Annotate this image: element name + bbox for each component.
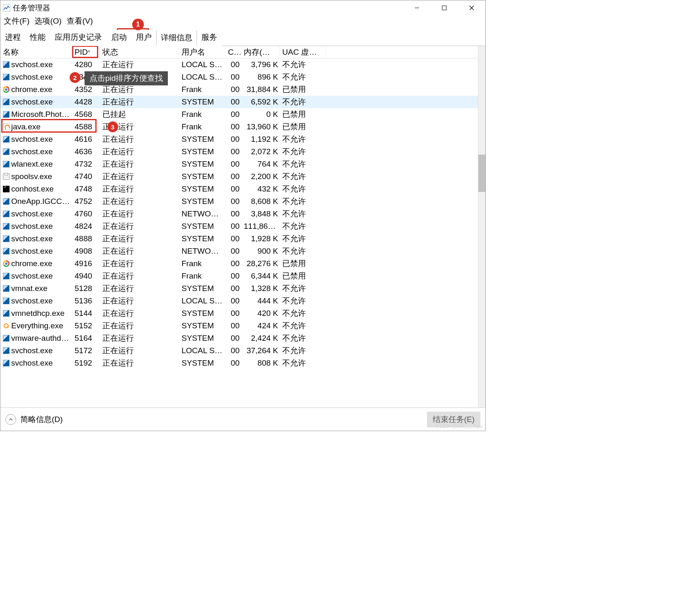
col-header-status[interactable]: 状态	[100, 46, 179, 58]
col-header-name[interactable]: 名称	[0, 46, 72, 58]
cell-name: svchost.exe	[0, 73, 72, 82]
process-name: svchost.exe	[11, 296, 53, 305]
table-row[interactable]: svchost.exe4940正在运行Frank006,344 K已禁用	[0, 270, 478, 282]
cell-name: Microsoft.Photos.exe	[0, 110, 72, 119]
menu-view[interactable]: 查看(V)	[65, 15, 94, 27]
cell-name: spoolsv.exe	[0, 172, 72, 181]
window-title: 任务管理器	[13, 3, 50, 13]
minimize-button[interactable]	[403, 0, 431, 15]
cell-uac: 已禁用	[280, 121, 326, 132]
tab-startup[interactable]: 启动	[107, 30, 131, 46]
tab-performance[interactable]: 性能	[25, 30, 50, 46]
cell-mem: 1,192 K	[241, 135, 280, 144]
task-manager-icon	[3, 4, 10, 12]
table-row[interactable]: java.exe4588正在运行Frank0013,960 K已禁用	[0, 121, 478, 133]
cell-pid: 4916	[72, 259, 100, 268]
window-controls	[403, 0, 485, 15]
cell-uac: 不允许	[280, 296, 326, 306]
table-row[interactable]: svchost.exe4636正在运行SYSTEM002,072 K不允许	[0, 146, 478, 158]
table-row[interactable]: svchost.exe5136正在运行LOCAL SER...00444 K不允…	[0, 295, 478, 307]
cell-mem: 13,960 K	[241, 122, 280, 131]
cell-cpu: 00	[225, 309, 241, 318]
process-name: svchost.exe	[11, 147, 53, 156]
tab-processes[interactable]: 进程	[0, 30, 25, 46]
cell-mem: 2,200 K	[241, 172, 280, 181]
process-name: Microsoft.Photos.exe	[11, 110, 72, 119]
col-header-mem[interactable]: 内存(活动的...	[241, 46, 280, 58]
menu-options[interactable]: 选项(O)	[33, 15, 63, 27]
table-row[interactable]: vmware-authd.exe5164正在运行SYSTEM002,424 K不…	[0, 332, 478, 344]
cell-cpu: 00	[225, 234, 241, 243]
table-row[interactable]: svchost.exe4428正在运行SYSTEM006,592 K不允许	[0, 96, 478, 108]
cell-name: svchost.exe	[0, 247, 72, 256]
col-header-uac[interactable]: UAC 虚拟化	[280, 46, 326, 58]
cell-user: SYSTEM	[179, 234, 225, 243]
table-row[interactable]: chrome.exe4352正在运行Frank0031,884 K已禁用	[0, 83, 478, 96]
cell-name: wlanext.exe	[0, 160, 72, 169]
cell-cpu: 00	[225, 60, 241, 69]
cell-name: svchost.exe	[0, 222, 72, 231]
cell-status: 正在运行	[100, 146, 179, 157]
cell-mem: 2,424 K	[241, 334, 280, 343]
cell-cpu: 00	[225, 272, 241, 281]
table-row[interactable]: spoolsv.exe4740正在运行SYSTEM002,200 K不允许	[0, 170, 478, 183]
cell-uac: 不允许	[280, 283, 326, 294]
cell-status: 正在运行	[100, 271, 179, 281]
cell-cpu: 00	[225, 122, 241, 131]
col-header-cpu[interactable]: CPU	[225, 47, 241, 58]
table-row[interactable]: Microsoft.Photos.exe4568已挂起Frank000 K已禁用	[0, 108, 478, 121]
table-row[interactable]: svchost.exe4280正在运行LOCAL SER...003,796 K…	[0, 58, 478, 71]
cell-user: SYSTEM	[179, 160, 225, 169]
process-name: svchost.exe	[11, 247, 53, 255]
col-header-pid[interactable]: PID^	[72, 47, 100, 58]
table-row[interactable]: svchost.exe5192正在运行SYSTEM00808 K不允许	[0, 357, 478, 369]
cell-pid: 4940	[72, 272, 100, 281]
vertical-scrollbar[interactable]	[478, 46, 485, 407]
tab-app-history[interactable]: 应用历史记录	[50, 30, 107, 46]
table-row[interactable]: OneApp.IGCC.WinS...4752正在运行SYSTEM008,608…	[0, 195, 478, 208]
cell-mem: 444 K	[241, 296, 280, 306]
cell-user: SYSTEM	[179, 147, 225, 156]
table-row[interactable]: svchost.exe4824正在运行SYSTEM00111,868 K不允许	[0, 220, 478, 233]
process-icon	[3, 260, 10, 267]
cell-name: svchost.exe	[0, 135, 72, 144]
tab-users[interactable]: 用户	[131, 30, 156, 46]
cell-status: 正在运行	[100, 159, 179, 170]
cell-user: SYSTEM	[179, 135, 225, 144]
table-row[interactable]: chrome.exe4916正在运行Frank0028,276 K已禁用	[0, 257, 478, 270]
cell-cpu: 00	[225, 359, 241, 368]
col-header-user[interactable]: 用户名	[179, 46, 225, 58]
tab-services[interactable]: 服务	[197, 30, 222, 46]
maximize-button[interactable]	[431, 0, 458, 15]
cell-user: Frank	[179, 122, 225, 131]
close-button[interactable]	[458, 0, 485, 15]
table-row[interactable]: vmnetdhcp.exe5144正在运行SYSTEM00420 K不允许	[0, 307, 478, 320]
fewer-details-label[interactable]: 简略信息(D)	[20, 414, 63, 425]
cell-mem: 2,072 K	[241, 147, 280, 156]
tab-details[interactable]: 详细信息	[156, 30, 197, 46]
cell-mem: 1,328 K	[241, 284, 280, 293]
table-row[interactable]: Everything.exe5152正在运行SYSTEM00424 K不允许	[0, 320, 478, 332]
cell-name: java.exe	[0, 122, 72, 131]
menu-file[interactable]: 文件(F)	[2, 15, 31, 27]
table-row[interactable]: vmnat.exe5128正在运行SYSTEM001,328 K不允许	[0, 282, 478, 295]
cell-uac: 不允许	[280, 209, 326, 219]
cell-name: svchost.exe	[0, 346, 72, 355]
fewer-details-icon[interactable]	[5, 414, 16, 425]
cell-user: Frank	[179, 85, 225, 94]
cell-mem: 6,344 K	[241, 272, 280, 281]
process-name: svchost.exe	[11, 135, 53, 143]
table-row[interactable]: wlanext.exe4732正在运行SYSTEM00764 K不允许	[0, 158, 478, 170]
scrollbar-thumb[interactable]	[478, 155, 485, 192]
table-row[interactable]: svchost.exe4760正在运行NETWORK ...003,848 K不…	[0, 208, 478, 220]
table-row[interactable]: svchost.exe4888正在运行SYSTEM001,928 K不允许	[0, 233, 478, 245]
cell-pid: 4748	[72, 184, 100, 194]
table-row[interactable]: svchost.exe5172正在运行LOCAL SER...0037,264 …	[0, 344, 478, 357]
cell-pid: 5144	[72, 309, 100, 318]
cell-pid: 5164	[72, 334, 100, 343]
cell-name: conhost.exe	[0, 184, 72, 194]
table-row[interactable]: conhost.exe4748正在运行SYSTEM00432 K不允许	[0, 183, 478, 195]
table-row[interactable]: svchost.exe4616正在运行SYSTEM001,192 K不允许	[0, 133, 478, 146]
table-row[interactable]: svchost.exe4908正在运行NETWORK ...00900 K不允许	[0, 245, 478, 257]
cell-pid: 5192	[72, 359, 100, 368]
